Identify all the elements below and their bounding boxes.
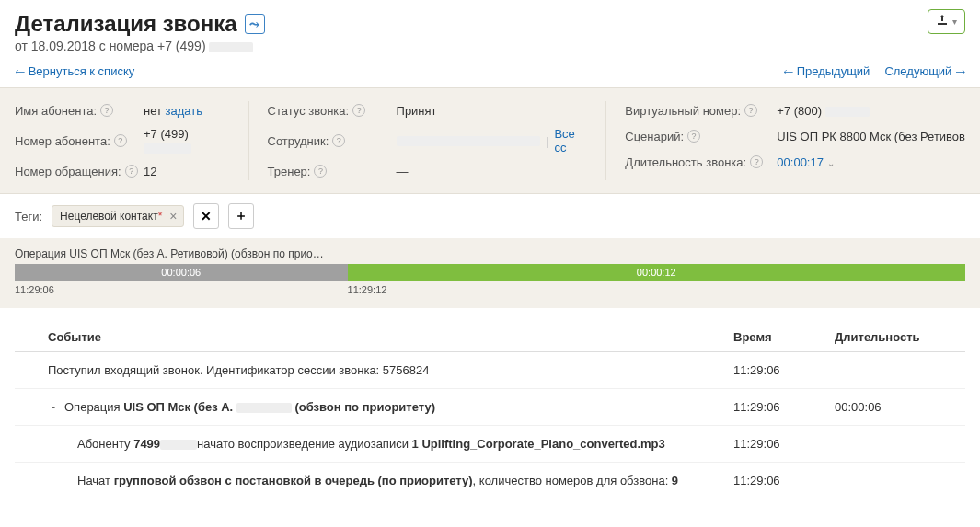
remove-tag-icon[interactable]: × bbox=[169, 209, 177, 223]
close-icon: ✕ bbox=[201, 209, 212, 223]
event-text: Поступил входящий звонок. Идентификатор … bbox=[48, 363, 429, 377]
events-header-event: Событие bbox=[26, 330, 733, 344]
help-icon[interactable]: ? bbox=[750, 155, 763, 168]
clear-tags-button[interactable]: ✕ bbox=[193, 203, 219, 229]
scenario-link[interactable]: UIS ОП РК 8800 Мск (без Ретивов bbox=[777, 130, 965, 143]
upload-icon bbox=[936, 14, 949, 29]
prev-link[interactable]: 🡐 Предыдущий bbox=[783, 64, 870, 78]
set-name-link[interactable]: задать bbox=[166, 104, 202, 118]
trainer-value: — bbox=[397, 165, 409, 178]
page-title: Детализация звонка bbox=[15, 11, 237, 37]
timeline-segment[interactable]: 00:00:06 bbox=[15, 264, 348, 281]
event-duration: 00:00:06 bbox=[835, 400, 954, 414]
back-link[interactable]: 🡐 Вернуться к списку bbox=[15, 64, 134, 78]
timeline-bar[interactable]: 00:00:0600:00:12 bbox=[15, 264, 965, 281]
timeline-operation-label: Операция UIS ОП Мск (без А. Ретивовой) (… bbox=[15, 247, 328, 260]
help-icon[interactable]: ? bbox=[125, 165, 138, 178]
call-duration-label: Длительность звонка: bbox=[625, 155, 746, 169]
events-header-duration: Длительность bbox=[835, 330, 954, 344]
pulse-icon[interactable]: ⤳ bbox=[245, 14, 265, 34]
call-status-label: Статус звонка: bbox=[268, 104, 350, 118]
chevron-down-icon: ▾ bbox=[952, 17, 957, 27]
tag[interactable]: Нецелевой контакт*× bbox=[52, 205, 183, 227]
event-text: Абоненту 7499начато воспроизведение ауди… bbox=[77, 437, 665, 451]
help-icon[interactable]: ? bbox=[314, 165, 327, 178]
help-icon[interactable]: ? bbox=[744, 104, 757, 117]
timeline-time-marker: 11:29:06 bbox=[15, 284, 348, 295]
event-row: Абоненту 7499начато воспроизведение ауди… bbox=[15, 426, 965, 463]
events-header-time: Время bbox=[733, 330, 835, 344]
event-text: Начат групповой обзвон с постановкой в о… bbox=[77, 474, 678, 487]
export-button[interactable]: ▾ bbox=[928, 9, 965, 34]
event-text: Операция UIS ОП Мск (без А. (обзвон по п… bbox=[64, 400, 435, 414]
help-icon[interactable]: ? bbox=[114, 134, 127, 147]
help-icon[interactable]: ? bbox=[687, 130, 700, 143]
subscriber-number-label: Номер абонента: bbox=[15, 134, 110, 148]
timeline-time-marker: 11:29:12 bbox=[348, 284, 965, 295]
plus-icon: ＋ bbox=[235, 208, 248, 224]
help-icon[interactable]: ? bbox=[352, 104, 365, 117]
subscriber-name-value: нет bbox=[144, 104, 162, 118]
tags-label: Теги: bbox=[15, 210, 42, 223]
all-employees-link[interactable]: Все сс bbox=[554, 127, 587, 155]
event-row: -Операция UIS ОП Мск (без А. (обзвон по … bbox=[15, 389, 965, 426]
subscriber-number-value: +7 (499) bbox=[144, 127, 230, 155]
virtual-number-label: Виртуальный номер: bbox=[625, 104, 741, 118]
arrow-left-icon: 🡐 bbox=[783, 66, 793, 77]
arrow-left-icon: 🡐 bbox=[15, 66, 25, 77]
employee-value: | Все сс bbox=[397, 127, 588, 155]
employee-label: Сотрудник: bbox=[268, 134, 329, 148]
event-time: 11:29:06 bbox=[733, 363, 835, 377]
event-time: 11:29:06 bbox=[733, 437, 835, 451]
event-row: Поступил входящий звонок. Идентификатор … bbox=[15, 352, 965, 389]
call-status-value: Принят bbox=[397, 104, 437, 118]
help-icon[interactable]: ? bbox=[100, 104, 113, 117]
request-number-label: Номер обращения: bbox=[15, 165, 121, 178]
event-time: 11:29:06 bbox=[733, 474, 835, 487]
call-duration-value[interactable]: 00:00:17 ⌄ bbox=[777, 155, 834, 169]
subscriber-name-label: Имя абонента: bbox=[15, 104, 97, 118]
timeline-segment[interactable]: 00:00:12 bbox=[348, 264, 965, 281]
arrow-right-icon: 🡒 bbox=[955, 66, 965, 77]
next-link[interactable]: Следующий 🡒 bbox=[884, 64, 965, 78]
help-icon[interactable]: ? bbox=[332, 134, 345, 147]
collapse-toggle[interactable]: - bbox=[48, 400, 59, 414]
info-panel: Имя абонента: ? нет задать Номер абонент… bbox=[0, 87, 980, 194]
add-tag-button[interactable]: ＋ bbox=[228, 203, 254, 229]
request-number-value[interactable]: 12 bbox=[144, 165, 156, 178]
chevron-down-icon: ⌄ bbox=[827, 158, 835, 168]
trainer-label: Тренер: bbox=[268, 165, 311, 178]
virtual-number-value: +7 (800) bbox=[777, 104, 869, 118]
tag-text: Нецелевой контакт* bbox=[60, 210, 162, 223]
tags-row: Теги: Нецелевой контакт*× ✕ ＋ bbox=[0, 194, 980, 238]
page-subtitle: от 18.09.2018 с номера +7 (499) bbox=[15, 39, 965, 53]
event-row: Начат групповой обзвон с постановкой в о… bbox=[15, 463, 965, 498]
timeline-section: Операция UIS ОП Мск (без А. Ретивовой) (… bbox=[0, 238, 980, 308]
scenario-label: Сценарий: bbox=[625, 130, 684, 143]
event-time: 11:29:06 bbox=[733, 400, 835, 414]
